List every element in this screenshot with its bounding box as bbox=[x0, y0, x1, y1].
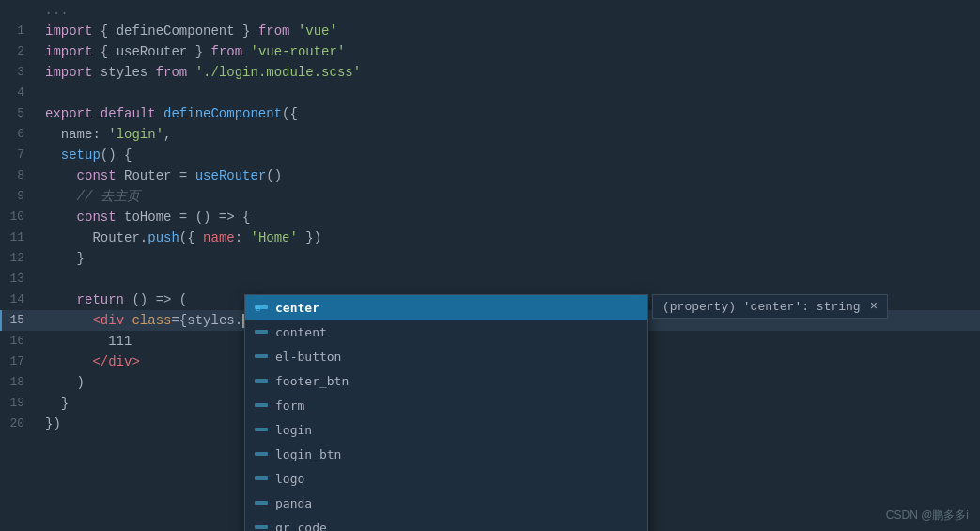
line-content-12: } bbox=[39, 248, 980, 269]
line-content-5: export default defineComponent({ bbox=[39, 103, 980, 124]
watermark: CSDN @鹏多多i bbox=[886, 508, 969, 523]
type-hint-text: (property) 'center': string bbox=[662, 300, 861, 314]
line-number-9: 9 bbox=[0, 186, 39, 207]
line-number-12: 12 bbox=[0, 248, 39, 269]
line-number-6: 6 bbox=[0, 124, 39, 145]
autocomplete-label-footer-btn: footer_btn bbox=[275, 374, 349, 388]
line-13: 13 bbox=[0, 269, 980, 289]
property-icon-el-button bbox=[253, 348, 270, 365]
line-number-17: 17 bbox=[0, 351, 39, 372]
line-number-5: 5 bbox=[0, 103, 39, 124]
autocomplete-label-form: form bbox=[275, 398, 304, 413]
line-ellipsis: ... bbox=[0, 0, 980, 21]
property-icon-login-btn bbox=[253, 445, 270, 462]
svg-text:⊟: ⊟ bbox=[256, 305, 260, 313]
line-number-1: 1 bbox=[0, 21, 39, 41]
line-11: 11 Router.push({ name: 'Home' }) bbox=[0, 227, 980, 248]
autocomplete-label-content: content bbox=[275, 325, 327, 339]
line-3: 3 import styles from './login.module.scs… bbox=[0, 62, 980, 83]
property-icon-form bbox=[253, 397, 270, 414]
autocomplete-item-login-btn[interactable]: login_btn bbox=[245, 442, 647, 466]
line-content-10: const toHome = () => { bbox=[39, 207, 980, 227]
line-content-7: setup() { bbox=[39, 145, 980, 165]
svg-rect-4 bbox=[255, 379, 268, 383]
line-4: 4 bbox=[0, 83, 980, 103]
svg-rect-3 bbox=[255, 354, 268, 358]
property-icon: ⊟ bbox=[253, 299, 270, 316]
line-number-10: 10 bbox=[0, 207, 39, 227]
line-number-19: 19 bbox=[0, 393, 39, 414]
type-hint-popup: (property) 'center': string × bbox=[652, 294, 888, 319]
line-content-11: Router.push({ name: 'Home' }) bbox=[39, 227, 980, 248]
line-number-14: 14 bbox=[0, 289, 39, 310]
code-editor: ... 1 import { defineComponent } from 'v… bbox=[0, 0, 980, 531]
property-icon-footer-btn bbox=[253, 372, 270, 389]
line-number-2: 2 bbox=[0, 41, 39, 62]
line-5: 5 export default defineComponent({ bbox=[0, 103, 980, 124]
line-number-8: 8 bbox=[0, 165, 39, 186]
autocomplete-item-el-button[interactable]: el-button bbox=[245, 344, 647, 368]
property-icon-logo bbox=[253, 470, 270, 487]
line-9: 9 // 去主页 bbox=[0, 186, 980, 207]
property-icon-panda bbox=[253, 494, 270, 511]
line-content-2: import { useRouter } from 'vue-router' bbox=[39, 41, 980, 62]
line-content-6: name: 'login', bbox=[39, 124, 980, 145]
autocomplete-label-el-button: el-button bbox=[275, 350, 341, 364]
type-hint-close-button[interactable]: × bbox=[870, 299, 878, 314]
property-icon-login bbox=[253, 421, 270, 438]
autocomplete-item-logo[interactable]: logo bbox=[245, 466, 647, 491]
autocomplete-dropdown[interactable]: ⊟ center content el-button bbox=[244, 294, 648, 531]
svg-rect-2 bbox=[255, 330, 268, 334]
svg-rect-7 bbox=[255, 452, 268, 456]
line-8: 8 const Router = useRouter() bbox=[0, 165, 980, 186]
line-number-20: 20 bbox=[0, 414, 39, 434]
line-content-9: // 去主页 bbox=[39, 186, 980, 207]
line-2: 2 import { useRouter } from 'vue-router' bbox=[0, 41, 980, 62]
autocomplete-item-content[interactable]: content bbox=[245, 320, 647, 344]
line-6: 6 name: 'login', bbox=[0, 124, 980, 145]
line-10: 10 const toHome = () => { bbox=[0, 207, 980, 227]
svg-rect-6 bbox=[255, 428, 268, 431]
line-content-1: import { defineComponent } from 'vue' bbox=[39, 21, 980, 41]
line-number-18: 18 bbox=[0, 372, 39, 393]
svg-rect-8 bbox=[255, 476, 268, 480]
line-number-11: 11 bbox=[0, 227, 39, 248]
autocomplete-label-logo: logo bbox=[275, 472, 304, 486]
line-content-8: const Router = useRouter() bbox=[39, 165, 980, 186]
line-number-7: 7 bbox=[0, 145, 39, 165]
svg-rect-5 bbox=[255, 403, 268, 407]
autocomplete-item-footer-btn[interactable]: footer_btn bbox=[245, 368, 647, 393]
line-number-15: 15 bbox=[0, 310, 39, 331]
autocomplete-item-login[interactable]: login bbox=[245, 417, 647, 442]
autocomplete-item-form[interactable]: form bbox=[245, 393, 647, 417]
line-7: 7 setup() { bbox=[0, 145, 980, 165]
svg-rect-9 bbox=[255, 501, 268, 505]
line-content: ... bbox=[39, 0, 980, 21]
autocomplete-label-qr-code: qr_code bbox=[275, 521, 327, 532]
autocomplete-label-center: center bbox=[275, 301, 319, 315]
line-1: 1 import { defineComponent } from 'vue' bbox=[0, 21, 980, 41]
line-content-3: import styles from './login.module.scss' bbox=[39, 62, 980, 83]
line-number-13: 13 bbox=[0, 269, 39, 289]
property-icon-content bbox=[253, 323, 270, 340]
autocomplete-label-login-btn: login_btn bbox=[275, 447, 341, 461]
autocomplete-label-panda: panda bbox=[275, 496, 312, 510]
line-number-3: 3 bbox=[0, 62, 39, 83]
line-number-4: 4 bbox=[0, 83, 39, 103]
line-number-16: 16 bbox=[0, 331, 39, 351]
autocomplete-item-panda[interactable]: panda bbox=[245, 491, 647, 515]
line-12: 12 } bbox=[0, 248, 980, 269]
property-icon-qr-code bbox=[253, 519, 270, 531]
autocomplete-item-qr-code[interactable]: qr_code bbox=[245, 515, 647, 531]
autocomplete-item-center[interactable]: ⊟ center bbox=[245, 295, 647, 320]
svg-rect-10 bbox=[255, 525, 268, 529]
autocomplete-label-login: login bbox=[275, 423, 312, 437]
